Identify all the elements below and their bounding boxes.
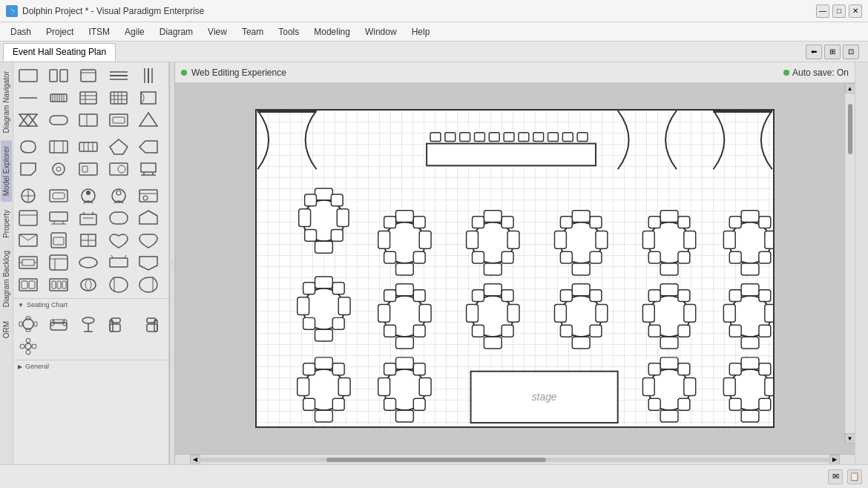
shape-item[interactable] <box>137 110 160 131</box>
menu-project[interactable]: Project <box>39 25 81 39</box>
shape-item[interactable] <box>76 65 100 86</box>
shape-item[interactable] <box>137 136 160 157</box>
menu-window[interactable]: Window <box>358 25 404 39</box>
clipboard-button[interactable]: 📋 <box>847 469 862 484</box>
svg-rect-175 <box>572 211 590 222</box>
shape-item[interactable] <box>107 230 131 251</box>
shape-item[interactable] <box>16 88 40 108</box>
seating-chart-header[interactable]: Seating Chart <box>13 298 168 311</box>
scroll-left-button[interactable]: ◀ <box>190 455 200 465</box>
shape-item[interactable] <box>47 252 70 273</box>
scroll-down-button[interactable]: ▼ <box>845 433 855 444</box>
window-controls[interactable]: — □ ✕ <box>816 4 862 18</box>
general-header[interactable]: General <box>13 360 168 372</box>
horizontal-scrollbar[interactable]: ◀ ▶ <box>175 454 855 464</box>
shape-item[interactable] <box>76 159 100 179</box>
sidebar-tab-navigator[interactable]: Diagram Navigator <box>1 65 12 139</box>
shape-item[interactable] <box>137 65 160 86</box>
shape-item[interactable] <box>107 88 131 108</box>
svg-rect-149 <box>315 329 333 341</box>
shape-item[interactable] <box>76 274 100 295</box>
tab-panel-button[interactable]: ⊡ <box>843 44 859 59</box>
shape-item[interactable] <box>16 65 40 86</box>
shape-item-sofa[interactable] <box>47 314 70 334</box>
shape-item[interactable] <box>47 136 70 157</box>
shape-item-seat-left[interactable] <box>107 314 131 334</box>
shape-item[interactable] <box>137 208 160 228</box>
menu-diagram[interactable]: Diagram <box>152 25 200 39</box>
shape-item[interactable] <box>47 65 70 86</box>
shape-item[interactable] <box>76 230 100 251</box>
shape-item[interactable] <box>107 185 131 206</box>
svg-rect-135 <box>331 194 343 206</box>
shape-item[interactable] <box>16 185 40 206</box>
shape-item[interactable] <box>137 159 160 179</box>
shape-item[interactable] <box>107 252 131 273</box>
shape-item[interactable] <box>16 159 40 179</box>
panel-divider[interactable]: ⋮ <box>169 62 175 464</box>
menu-agile[interactable]: Agile <box>117 25 152 39</box>
shape-item[interactable] <box>76 88 100 108</box>
shape-item[interactable] <box>47 230 70 251</box>
shape-item[interactable] <box>47 185 70 206</box>
menu-dash[interactable]: Dash <box>3 25 39 39</box>
tab-grid-button[interactable]: ⊞ <box>824 44 841 59</box>
maximize-button[interactable]: □ <box>832 4 846 18</box>
shape-item[interactable] <box>76 110 100 131</box>
shape-item[interactable] <box>76 208 100 228</box>
svg-rect-128 <box>577 133 588 142</box>
shape-item[interactable] <box>47 274 70 295</box>
shape-item[interactable] <box>137 230 160 251</box>
diagram-tab[interactable]: Event Hall Seating Plan <box>3 43 116 61</box>
shape-item[interactable] <box>47 110 70 131</box>
h-scroll-thumb <box>326 458 547 462</box>
sidebar-tab-explorer[interactable]: Model Explorer <box>1 140 12 202</box>
shape-item[interactable] <box>137 185 160 206</box>
sidebar-tab-property[interactable]: Property <box>1 204 12 244</box>
shape-item[interactable] <box>76 185 100 206</box>
sidebar-tab-backlog[interactable]: Diagram Backlog <box>1 245 12 313</box>
shape-item[interactable] <box>16 252 40 273</box>
menu-view[interactable]: View <box>200 25 234 39</box>
shape-item[interactable] <box>137 252 160 273</box>
svg-rect-231 <box>642 305 654 323</box>
minimize-button[interactable]: — <box>816 4 829 18</box>
tab-back-button[interactable]: ⬅ <box>806 44 822 59</box>
shape-item[interactable] <box>16 110 40 131</box>
shape-item-flower[interactable] <box>16 336 40 357</box>
shape-item[interactable] <box>107 65 131 86</box>
shape-item-bar-stool[interactable] <box>76 314 100 334</box>
shape-item[interactable] <box>107 274 131 295</box>
shape-item[interactable] <box>16 230 40 251</box>
scroll-right-button[interactable]: ▶ <box>829 455 840 465</box>
shape-item[interactable] <box>107 159 131 179</box>
shape-item[interactable] <box>16 136 40 157</box>
close-button[interactable]: ✕ <box>849 4 862 18</box>
menu-team[interactable]: Team <box>234 25 271 39</box>
shape-item-round-table[interactable] <box>16 314 40 334</box>
shape-item[interactable] <box>137 88 160 108</box>
email-button[interactable]: ✉ <box>828 469 843 484</box>
svg-rect-158 <box>396 263 414 275</box>
shape-item-seat-right[interactable] <box>137 314 160 334</box>
shape-item[interactable] <box>47 159 70 179</box>
menu-itsm[interactable]: ITSM <box>81 25 117 39</box>
shape-item[interactable] <box>107 110 131 131</box>
svg-rect-196 <box>765 231 773 248</box>
shape-item[interactable] <box>76 252 100 273</box>
menu-tools[interactable]: Tools <box>271 25 306 39</box>
shape-item[interactable] <box>47 88 70 108</box>
menu-help[interactable]: Help <box>404 25 438 39</box>
shape-item[interactable] <box>47 208 70 228</box>
shape-item[interactable] <box>107 136 131 157</box>
vertical-scrollbar[interactable]: ▲ ▼ <box>844 83 855 444</box>
menu-modeling[interactable]: Modeling <box>306 25 358 39</box>
shape-item[interactable] <box>137 274 160 295</box>
sidebar-tab-orm[interactable]: ORM <box>1 315 12 344</box>
shape-item[interactable] <box>16 208 40 228</box>
scroll-up-button[interactable]: ▲ <box>845 83 855 93</box>
svg-rect-182 <box>590 251 602 263</box>
shape-item[interactable] <box>107 208 131 228</box>
shape-item[interactable] <box>76 136 100 157</box>
shape-item[interactable] <box>16 274 40 295</box>
